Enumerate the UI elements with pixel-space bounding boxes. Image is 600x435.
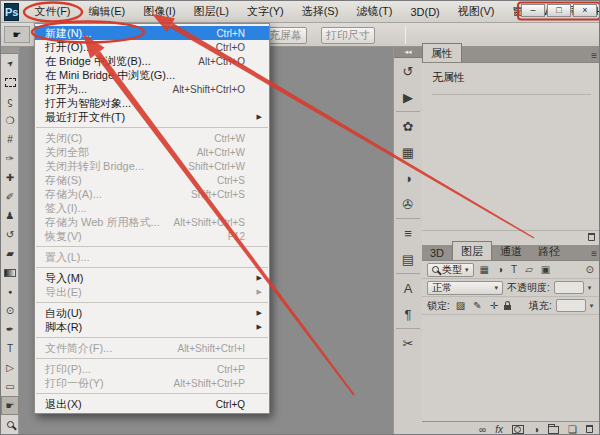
zoom-tool[interactable] — [1, 415, 19, 434]
masks-panel-icon[interactable]: ◑ — [394, 165, 422, 191]
adjustment-layer-icon[interactable]: ◑ — [533, 424, 539, 435]
fill-input[interactable] — [556, 299, 586, 312]
shape-tool[interactable]: ▭ — [1, 377, 19, 396]
close-button[interactable]: × — [573, 4, 597, 17]
menu-item-revert[interactable]: 恢复(V)F12 — [35, 229, 269, 243]
character-panel-icon[interactable]: A — [394, 275, 422, 301]
new-layer-icon[interactable]: ❏ — [568, 424, 577, 435]
actions-panel-icon[interactable]: ▶ — [394, 84, 422, 110]
panel-menu-icon[interactable]: ≡ — [591, 50, 597, 61]
tab-layers[interactable]: 图层 — [452, 241, 492, 260]
menu-item-export[interactable]: 导出(E)▶ — [35, 285, 269, 299]
layer-comps-panel-icon[interactable]: ▤ — [394, 246, 422, 272]
history-brush-tool[interactable]: ↺ — [1, 225, 19, 244]
menu-item-file-info[interactable]: 文件简介(F)...Alt+Shift+Ctrl+I — [35, 341, 269, 355]
layers-list-empty[interactable] — [422, 315, 600, 415]
eraser-tool[interactable]: ▰ — [1, 244, 19, 263]
quick-selection-tool[interactable]: ❍ — [1, 111, 19, 130]
hand-tool[interactable]: ☛ — [1, 396, 19, 415]
chevron-down-icon[interactable]: ▾ — [588, 284, 592, 292]
clone-stamp-tool[interactable]: ♟ — [1, 206, 19, 225]
spot-healing-tool[interactable]: ✚ — [1, 168, 19, 187]
swatches-panel-icon[interactable]: ✿ — [394, 113, 422, 139]
type-tool[interactable]: T — [1, 339, 19, 358]
tool-preset-icon[interactable]: ☛ — [4, 26, 30, 43]
lock-position-icon[interactable]: ✛ — [490, 300, 498, 311]
pen-tool[interactable]: ✒ — [1, 320, 19, 339]
lock-transparent-icon[interactable]: ▨ — [456, 300, 465, 311]
notes-panel-icon[interactable]: ✂ — [394, 330, 422, 356]
menu-item-open[interactable]: 打开(O)...Ctrl+O — [35, 40, 269, 54]
crop-tool[interactable]: # — [1, 130, 19, 149]
menu-item-import[interactable]: 导入(M)▶ — [35, 271, 269, 285]
clone-source-panel-icon[interactable]: ✇ — [394, 191, 422, 217]
maximize-button[interactable]: □ — [547, 4, 571, 17]
link-layers-icon[interactable]: ∞ — [479, 424, 486, 435]
dodge-tool[interactable]: ⊙ — [1, 301, 19, 320]
filter-toggle-icon[interactable]: ⊙ — [586, 264, 594, 275]
menu-item-close[interactable]: 关闭(C)Ctrl+W — [35, 131, 269, 145]
paragraph-panel-icon[interactable]: ¶ — [394, 301, 422, 327]
lock-all-icon[interactable] — [504, 305, 511, 310]
delete-layer-icon[interactable] — [586, 425, 593, 433]
menu-item-save[interactable]: 存储(S)Ctrl+S — [35, 173, 269, 187]
chevron-down-icon[interactable]: ▾ — [590, 302, 594, 310]
tab-paths[interactable]: 路径 — [530, 242, 568, 260]
marquee-tool[interactable] — [1, 73, 19, 92]
minimize-button[interactable]: – — [521, 4, 545, 17]
gradient-tool[interactable] — [1, 263, 19, 282]
blur-tool[interactable]: ● — [1, 282, 19, 301]
menu-item-check-in[interactable]: 签入(I)... — [35, 201, 269, 215]
menu-item-exit[interactable]: 退出(X)Ctrl+Q — [35, 397, 269, 411]
lasso-tool[interactable]: ϛ — [1, 92, 19, 111]
new-group-icon[interactable] — [548, 426, 559, 434]
tab-properties[interactable]: 属性 — [422, 43, 462, 62]
menu-file[interactable]: 文件(F) — [25, 1, 79, 22]
menu-select[interactable]: 选择(S) — [293, 1, 348, 22]
toolbox-grip[interactable] — [1, 47, 18, 54]
panel-menu-icon[interactable]: ≡ — [591, 248, 597, 259]
print-size-button[interactable]: 打印尺寸 — [321, 27, 375, 44]
path-selection-tool[interactable]: ▷ — [1, 358, 19, 377]
menu-filter[interactable]: 滤镜(T) — [347, 1, 401, 22]
dock-expand-arrows[interactable]: ◂◂ — [394, 47, 422, 58]
add-mask-icon[interactable] — [512, 425, 524, 434]
menu-item-print[interactable]: 打印(P)...Ctrl+P — [35, 362, 269, 376]
filter-shape-icon[interactable]: ▱ — [525, 264, 533, 275]
menu-type[interactable]: 文字(Y) — [238, 1, 293, 22]
menu-edit[interactable]: 编辑(E) — [80, 1, 135, 22]
opacity-input[interactable] — [554, 281, 584, 294]
menu-item-open-as[interactable]: 打开为...Alt+Shift+Ctrl+O — [35, 82, 269, 96]
menu-item-close-all[interactable]: 关闭全部Alt+Ctrl+W — [35, 145, 269, 159]
adjustments-panel-icon[interactable]: ▦ — [394, 139, 422, 165]
menu-item-close-and-go-to-bridge[interactable]: 关闭并转到 Bridge...Shift+Ctrl+W — [35, 159, 269, 173]
menu-item-save-for-web[interactable]: 存储为 Web 所用格式...Alt+Shift+Ctrl+S — [35, 215, 269, 229]
menu-3d[interactable]: 3D(D) — [401, 3, 448, 21]
lock-pixels-icon[interactable]: ✎ — [473, 300, 481, 311]
blend-mode-dropdown[interactable]: 正常 ▾ — [427, 281, 503, 295]
menu-item-place[interactable]: 置入(L)... — [35, 250, 269, 264]
menu-image[interactable]: 图像(I) — [134, 1, 184, 22]
tool-presets-panel-icon[interactable]: ≡ — [394, 220, 422, 246]
eyedropper-tool[interactable]: ✑ — [1, 149, 19, 168]
filter-pixel-icon[interactable]: ▦ — [480, 264, 489, 275]
menu-item-print-one-copy[interactable]: 打印一份(Y)Alt+Shift+Ctrl+P — [35, 376, 269, 390]
menu-item-save-as[interactable]: 存储为(A)...Shift+Ctrl+S — [35, 187, 269, 201]
menu-item-automate[interactable]: 自动(U)▶ — [35, 306, 269, 320]
menu-item-open-as-smart-object[interactable]: 打开为智能对象... — [35, 96, 269, 110]
tab-3d[interactable]: 3D — [422, 245, 452, 260]
menu-item-browse-in-mini-bridge[interactable]: 在 Mini Bridge 中浏览(G)... — [35, 68, 269, 82]
filter-type-dropdown[interactable]: 类型 ▾ — [427, 263, 474, 277]
filter-adjustment-icon[interactable]: ◑ — [497, 264, 503, 275]
layer-style-icon[interactable]: fx — [495, 424, 503, 435]
menu-item-new[interactable]: 新建(N)...Ctrl+N — [35, 26, 269, 40]
menu-item-scripts[interactable]: 脚本(R)▶ — [35, 320, 269, 334]
tab-channels[interactable]: 通道 — [492, 242, 530, 260]
menu-layer[interactable]: 图层(L) — [185, 1, 238, 22]
brush-tool[interactable]: ✐ — [1, 187, 19, 206]
history-panel-icon[interactable]: ↺ — [394, 58, 422, 84]
trash-icon[interactable] — [588, 233, 595, 241]
filter-smart-object-icon[interactable]: ▣ — [541, 264, 550, 275]
filter-type-icon[interactable]: T — [511, 264, 517, 275]
menu-item-open-recent[interactable]: 最近打开文件(T)▶ — [35, 110, 269, 124]
